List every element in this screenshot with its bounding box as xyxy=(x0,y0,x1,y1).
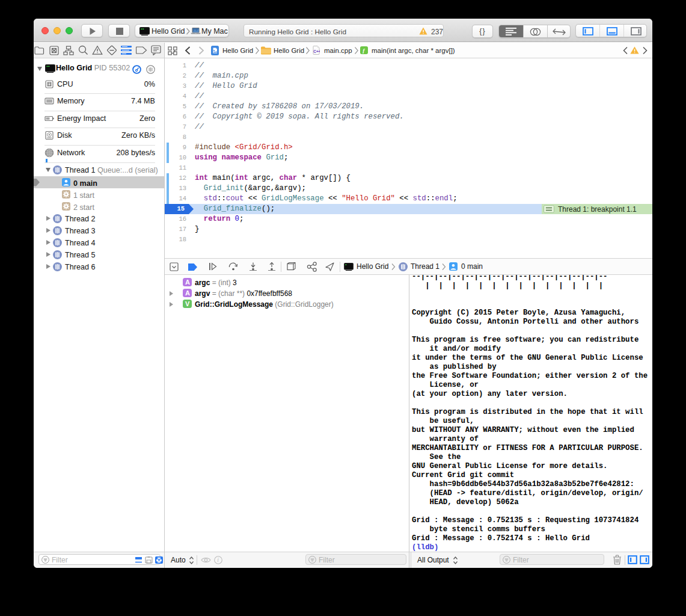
svg-text:A: A xyxy=(185,279,190,286)
svg-text:V: V xyxy=(185,300,190,307)
svg-text:A: A xyxy=(185,289,190,297)
svg-text:i: i xyxy=(217,557,219,563)
svg-text:C++: C++ xyxy=(313,49,320,54)
